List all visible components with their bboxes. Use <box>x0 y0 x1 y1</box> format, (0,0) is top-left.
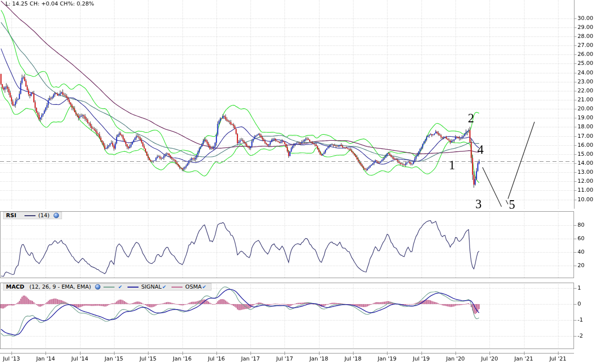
rsi-title: RSI <box>6 212 16 219</box>
x-axis-label: Jul '20 <box>481 356 498 362</box>
macd-title: MACD <box>6 284 24 290</box>
price-axis-label: 17.00 <box>578 133 594 139</box>
x-axis-label: Jul '15 <box>140 356 156 362</box>
x-axis-label: Jan '20 <box>446 356 464 362</box>
rsi-axis-label: 80 <box>578 222 584 228</box>
wave-label-2: 2 <box>468 111 474 125</box>
rsi-legend: RSI (14) <box>3 212 62 219</box>
wave-label-4: 4 <box>478 143 484 157</box>
rsi-axis-label: 20 <box>578 262 584 269</box>
x-axis-label: Jul '16 <box>208 356 225 362</box>
macd-line-swatch <box>104 287 114 288</box>
macd-line-checkbox[interactable]: ✔ <box>118 285 122 290</box>
price-axis-label: 25.00 <box>578 60 594 66</box>
x-axis-label: Jul '13 <box>3 356 20 362</box>
osma-label: OSMA <box>186 284 202 290</box>
quote-summary: L: 14.25 CH: +0.04 CH%: 0.28% <box>6 0 94 7</box>
x-axis-label: Jan '19 <box>378 356 396 362</box>
price-axis-label: 26.00 <box>578 51 594 57</box>
price-axis-label: 18.00 <box>578 123 594 130</box>
wave-label-3: 3 <box>476 197 482 211</box>
price-axis-label: 24.00 <box>578 69 594 76</box>
price-axis-label: 11.00 <box>578 187 594 193</box>
price-axis-label: 27.00 <box>578 42 594 48</box>
price-axis-label: 29.00 <box>578 24 594 30</box>
rsi-param: (14) <box>38 212 50 219</box>
rsi-axis-label: 60 <box>578 235 584 242</box>
osma-swatch <box>172 287 182 288</box>
wave-label-5: 5 <box>509 198 516 212</box>
x-axis-label: Jul '19 <box>413 356 430 362</box>
x-axis-label: Jul '17 <box>276 356 293 362</box>
price-axis-label: 12.00 <box>578 178 594 184</box>
x-axis-label: Jul '14 <box>72 356 88 362</box>
price-axis-label: 20.00 <box>578 105 594 112</box>
x-axis-label: Jan '15 <box>104 356 123 362</box>
price-axis-label: 22.00 <box>578 87 594 94</box>
price-axis-label: 30.00 <box>578 15 594 21</box>
x-axis-label: Jul '21 <box>550 356 566 362</box>
rsi-line-swatch <box>24 215 36 216</box>
x-axis-label: Jan '21 <box>514 356 533 362</box>
price-axis-label: 21.00 <box>578 96 594 103</box>
signal-line-swatch <box>128 287 138 288</box>
macd-axis-label: -1 <box>578 317 583 323</box>
price-axis-label: 16.00 <box>578 142 594 148</box>
price-axis-label: 10.00 <box>578 196 594 203</box>
price-axis-label: 28.00 <box>578 33 594 39</box>
rsi-settings-icon[interactable] <box>54 213 59 218</box>
chart-canvas[interactable] <box>0 0 599 364</box>
price-axis-label: 14.00 <box>578 160 594 166</box>
rsi-axis-label: 40 <box>578 249 584 255</box>
price-axis-label: 19.00 <box>578 114 594 121</box>
trading-chart-window: L: 14.25 CH: +0.04 CH%: 0.28% RSI (14) M… <box>0 0 599 364</box>
macd-legend: MACD (12, 26, 9 - EMA, EMA) ✔ SIGNAL ✔ O… <box>3 283 212 291</box>
macd-axis-label: 1 <box>578 285 581 291</box>
price-axis-label: 13.00 <box>578 169 594 175</box>
x-axis-label: Jan '14 <box>36 356 55 362</box>
osma-checkbox[interactable]: ✔ <box>202 285 206 290</box>
wave-label-1: 1 <box>449 158 456 172</box>
x-axis-label: Jan '17 <box>241 356 260 362</box>
macd-axis-label: -2 <box>578 333 583 339</box>
price-axis-label: 23.00 <box>578 78 594 85</box>
x-axis-label: Jan '18 <box>310 356 328 362</box>
macd-param: (12, 26, 9 - EMA, EMA) <box>30 284 91 290</box>
macd-settings-icon[interactable] <box>95 284 100 290</box>
signal-checkbox[interactable]: ✔ <box>162 285 166 290</box>
price-axis-label: 15.00 <box>578 151 594 157</box>
signal-label: SIGNAL <box>142 284 162 290</box>
macd-axis-label: 0 <box>578 301 581 307</box>
x-axis-label: Jan '16 <box>173 356 192 362</box>
x-axis-label: Jul '18 <box>344 356 362 362</box>
